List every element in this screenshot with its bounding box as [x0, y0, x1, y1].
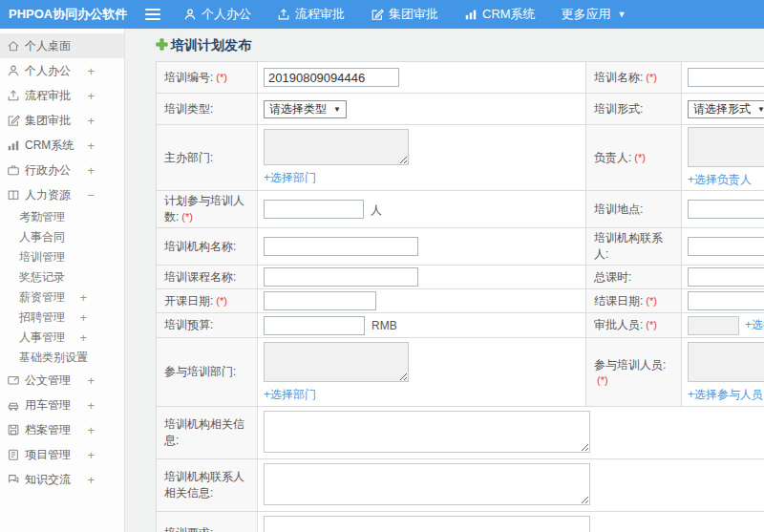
expand-icon[interactable]: + — [79, 310, 87, 325]
nav-group-approval[interactable]: 集团审批 — [371, 6, 438, 23]
field-label: 培训机构相关信息: — [164, 417, 244, 447]
sidebar-item-group-approval[interactable]: 集团审批 + — [0, 108, 124, 133]
sidebar-item-desktop[interactable]: 个人桌面 — [0, 33, 124, 58]
expand-icon[interactable]: + — [79, 351, 87, 365]
upload-icon — [7, 89, 20, 102]
clipboard-icon — [7, 448, 20, 461]
sidebar-item-personal-office[interactable]: 个人办公 + — [0, 58, 124, 83]
currency-label: RMB — [371, 319, 397, 332]
org-info-textarea[interactable] — [264, 411, 590, 453]
select-dept-link[interactable]: +选择部门 — [264, 388, 316, 401]
expand-icon[interactable]: + — [87, 448, 95, 462]
field-label: 培训预算: — [164, 318, 213, 331]
select-dept-link[interactable]: +选择部门 — [264, 171, 316, 184]
org-name-input[interactable] — [264, 237, 418, 256]
bar-chart-icon — [7, 138, 20, 152]
expand-icon[interactable]: + — [87, 423, 95, 437]
requirements-textarea[interactable] — [264, 516, 590, 532]
expand-icon[interactable]: + — [79, 330, 87, 345]
expand-icon[interactable]: + — [87, 89, 95, 103]
expand-icon[interactable]: + — [87, 163, 95, 178]
sidebar-item-vehicle-mgmt[interactable]: 用车管理 + — [0, 393, 124, 417]
join-people-textarea[interactable] — [688, 342, 764, 382]
join-dept-textarea[interactable] — [264, 342, 409, 382]
page-title: 培训计划发布 — [171, 37, 251, 54]
document-icon — [7, 373, 20, 387]
caret-down-icon: ▼ — [757, 105, 764, 114]
sidebar-item-archive-mgmt[interactable]: 档案管理 + — [0, 417, 124, 442]
field-label: 主办部门: — [164, 151, 213, 164]
book-icon — [7, 188, 20, 202]
expand-icon[interactable]: + — [87, 138, 95, 153]
sidebar-item-recruiting[interactable]: 招聘管理 + — [0, 308, 124, 328]
start-date-input[interactable] — [264, 291, 376, 310]
app-logo: PHPOA协同办公软件 — [0, 6, 126, 23]
chat-icon — [7, 473, 20, 486]
sidebar-item-admin-office[interactable]: 行政办公 + — [0, 158, 124, 182]
topbar: PHPOA协同办公软件 个人办公 流程审批 集团审批 CRM系统 更多应用 ▼ — [0, 0, 764, 29]
location-input[interactable] — [688, 200, 764, 219]
sidebar-item-crm[interactable]: CRM系统 + — [0, 133, 124, 158]
org-contact-info-textarea[interactable] — [264, 463, 590, 505]
training-name-input[interactable] — [688, 68, 764, 87]
training-plan-form: 培训编号:(*) 培训名称:(*) 培训类型: 请选择类型▼ 培训形式: 请选择… — [156, 61, 764, 532]
total-hours-input[interactable] — [688, 267, 764, 287]
nav-crm[interactable]: CRM系统 — [464, 6, 536, 23]
field-label: 总课时: — [594, 270, 631, 284]
expand-icon[interactable]: + — [87, 64, 95, 78]
org-contact-input[interactable] — [688, 237, 764, 256]
field-label: 培训课程名称: — [164, 270, 236, 284]
add-plus-icon — [156, 37, 168, 54]
field-label: 培训机构名称: — [164, 240, 236, 253]
expand-icon[interactable]: + — [87, 473, 95, 487]
expand-icon[interactable]: + — [87, 114, 95, 128]
caret-down-icon: ▼ — [618, 10, 626, 19]
nav-personal-office[interactable]: 个人办公 — [183, 6, 251, 23]
home-icon — [7, 39, 20, 53]
sidebar-item-training-mgmt[interactable]: 培训管理 — [0, 247, 124, 267]
sidebar-item-knowledge[interactable]: 知识交流 + — [0, 467, 124, 492]
collapse-icon[interactable]: − — [87, 188, 95, 202]
training-type-select[interactable]: 请选择类型▼ — [264, 100, 347, 118]
select-approver-link[interactable]: +选择审批人员 — [745, 317, 764, 333]
sidebar-item-rewards[interactable]: 奖惩记录 — [0, 267, 124, 287]
edit-icon — [7, 114, 20, 127]
sidebar-item-hr-contract[interactable]: 人事合同 — [0, 227, 124, 247]
sidebar-item-attendance[interactable]: 考勤管理 — [0, 207, 124, 227]
required-mark: (*) — [216, 72, 227, 83]
approver-box[interactable] — [688, 316, 739, 335]
menu-toggle-icon[interactable] — [145, 9, 160, 20]
sidebar-item-base-category[interactable]: 基础类别设置 + — [0, 348, 124, 368]
expand-icon[interactable]: + — [79, 290, 87, 305]
sidebar-item-project-mgmt[interactable]: 项目管理 + — [0, 442, 124, 467]
nav-more-apps[interactable]: 更多应用 ▼ — [562, 6, 626, 23]
user-icon — [183, 8, 197, 21]
expand-icon[interactable]: + — [87, 398, 95, 413]
leader-textarea[interactable] — [688, 127, 764, 167]
field-label: 参与培训人员: — [594, 358, 666, 372]
select-join-people-link[interactable]: +选择参与人员 — [688, 388, 763, 401]
nav-workflow-approval[interactable]: 流程审批 — [277, 6, 345, 23]
required-mark: (*) — [634, 152, 646, 163]
field-label: 培训类型: — [164, 102, 213, 116]
sidebar-item-hr[interactable]: 人力资源 − — [0, 182, 124, 207]
planned-count-input[interactable] — [264, 200, 364, 219]
bar-chart-icon — [464, 8, 478, 21]
sidebar-item-personnel[interactable]: 人事管理 + — [0, 328, 124, 348]
select-leader-link[interactable]: +选择负责人 — [688, 173, 752, 186]
sidebar-item-workflow-approval[interactable]: 流程审批 + — [0, 83, 124, 108]
budget-input[interactable] — [264, 316, 365, 335]
training-number-input[interactable] — [264, 68, 399, 87]
course-name-input[interactable] — [264, 267, 418, 287]
expand-icon[interactable]: + — [87, 373, 95, 388]
end-date-input[interactable] — [688, 291, 764, 310]
sidebar-item-document-mgmt[interactable]: 公文管理 + — [0, 368, 124, 393]
unit-label: 人 — [371, 203, 382, 217]
training-mode-select[interactable]: 请选择形式▼ — [688, 100, 764, 118]
field-label: 培训机构联系人相关信息: — [164, 470, 244, 500]
field-label: 培训地点: — [594, 202, 643, 216]
caret-down-icon: ▼ — [333, 105, 341, 114]
host-dept-textarea[interactable] — [264, 129, 409, 165]
upload-icon — [277, 8, 290, 21]
sidebar-item-salary[interactable]: 薪资管理 + — [0, 287, 124, 308]
